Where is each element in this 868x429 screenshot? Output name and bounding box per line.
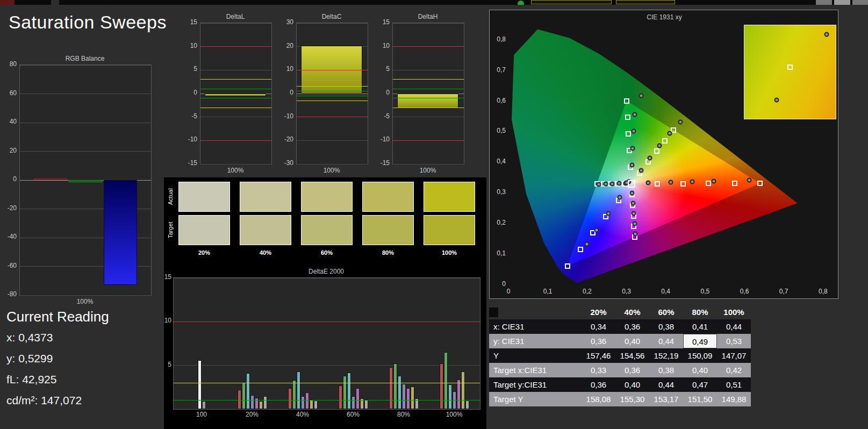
cie-measurement-dot (639, 94, 643, 98)
table-cell[interactable]: 0,38 (649, 363, 683, 377)
cie-target-square (732, 181, 737, 186)
delta-bar (397, 94, 458, 109)
table-cell[interactable]: 0,33 (582, 363, 615, 377)
y-tick-label: 5 (178, 65, 197, 73)
yellow-limit-line (200, 108, 271, 108)
deltae-2000-chart: DeltaE 2000 1510510020%40%60%80%100% (164, 267, 486, 429)
cie-target-square (706, 181, 711, 186)
deltae-bar (246, 373, 250, 409)
delta-chart-deltal: DeltaL151050-5-10-15100% (178, 13, 274, 174)
column-header: 100% (717, 305, 751, 319)
table-cell[interactable]: 0,36 (615, 363, 649, 377)
deltae-bar (198, 360, 202, 409)
deltae-bar (343, 376, 347, 409)
gridline (297, 23, 368, 24)
table-cell[interactable]: 157,46 (582, 348, 615, 363)
cie-measurement-dot (669, 180, 673, 184)
table-cell[interactable]: 150,09 (683, 348, 717, 363)
gridline (174, 278, 480, 278)
cie-measurement-dot (631, 129, 636, 134)
cie-measurement-dot (639, 168, 643, 173)
x-tick-label: 80% (388, 411, 420, 418)
table-cell[interactable]: 147,07 (717, 348, 751, 363)
table-cell[interactable]: 0,42 (717, 363, 751, 377)
table-cell[interactable]: 0,38 (649, 319, 683, 334)
y-tick-label: 10 (275, 65, 293, 73)
toolbar-group[interactable] (616, 0, 675, 4)
table-cell[interactable]: 0,47 (683, 377, 717, 392)
table-cell[interactable]: 152,19 (649, 348, 683, 363)
table-cell[interactable]: 151,50 (683, 392, 717, 406)
table-cell[interactable]: 154,56 (615, 348, 649, 363)
x-tick-label: 100% (200, 167, 271, 174)
app-icon[interactable] (0, 0, 15, 5)
toolbar-group[interactable] (531, 0, 612, 4)
red-limit-line (174, 321, 480, 322)
gridline (200, 23, 271, 24)
x-tick-label: 0,6 (734, 288, 755, 295)
cie-measurement-dot (648, 155, 652, 160)
inset-measurement-dot (774, 98, 779, 103)
table-cell[interactable]: 153,17 (649, 392, 683, 406)
y-tick-label: 5 (371, 65, 390, 73)
column-header: 20% (582, 305, 615, 319)
table-cell[interactable]: 0,53 (717, 334, 751, 348)
table-cell[interactable]: 0,44 (649, 377, 683, 392)
y-tick-label: 0 (275, 89, 293, 96)
x-tick-label: 100% (19, 298, 150, 305)
cie-target-square (626, 131, 631, 137)
gridline (20, 295, 151, 296)
row-label: x: CIE31 (493, 319, 579, 334)
table-cell[interactable]: 0,51 (717, 377, 751, 392)
red-limit-line (393, 46, 464, 47)
table-row: y: CIE310,360,400,440,490,53 (489, 334, 751, 348)
table-cell[interactable]: 0,44 (649, 334, 683, 348)
delta-chart-deltac: DeltaC3020100-10-20-30100% (275, 13, 370, 174)
yellow-limit-line (297, 86, 368, 87)
reading-x: x: 0,4373 (6, 331, 53, 344)
table-cell[interactable]: 0,40 (615, 377, 649, 392)
table-cell[interactable]: 0,36 (582, 377, 615, 392)
row-label: Target Y (493, 392, 579, 406)
row-label: Target y:CIE31 (493, 377, 579, 392)
x-tick-label: 100% (438, 411, 470, 418)
y-tick-label: 10 (164, 317, 171, 324)
table-cell-selected[interactable]: 0,49 (683, 334, 717, 348)
y-tick-label: -15 (178, 159, 197, 167)
y-tick-label: 0,5 (492, 127, 506, 134)
y-tick-label: 80 (4, 60, 17, 68)
table-cell[interactable]: 0,34 (582, 319, 615, 334)
cie-measurement-dot (597, 182, 601, 187)
swatch-target (424, 215, 475, 245)
y-tick-label: 30 (275, 18, 293, 26)
cie-measurement-dot (630, 201, 635, 206)
y-tick-label: 0,3 (492, 188, 506, 196)
chart-title: DeltaC (296, 13, 367, 20)
y-tick-label: 15 (371, 18, 390, 26)
cie-measurement-dot (645, 181, 650, 185)
y-tick-label: -10 (178, 135, 197, 143)
deltae-bar (202, 401, 206, 409)
table-cell[interactable]: 0,36 (582, 334, 615, 348)
chart-title: DeltaL (200, 13, 271, 20)
rgb-bar-green (69, 180, 102, 182)
table-cell[interactable]: 158,08 (582, 392, 615, 406)
deltae-bar (402, 384, 406, 409)
table-cell[interactable]: 149,88 (717, 392, 751, 406)
toolbar-button[interactable] (51, 0, 59, 5)
deltae-bar (250, 395, 254, 409)
cie-measurement-dot (630, 191, 635, 196)
table-cell[interactable]: 0,40 (615, 334, 649, 348)
cie-measurement-dot (632, 221, 637, 226)
row-label: Y (493, 348, 579, 363)
table-cell[interactable]: 0,44 (717, 319, 751, 334)
deltae-bar (242, 383, 246, 409)
table-cell[interactable]: 0,36 (615, 319, 649, 334)
table-cell[interactable]: 155,30 (615, 392, 649, 406)
swatch-col-label: 20% (178, 249, 230, 256)
table-cell[interactable]: 0,41 (683, 319, 717, 334)
window-controls[interactable] (816, 0, 868, 5)
table-cell[interactable]: 0,40 (683, 363, 717, 377)
y-tick-label: 10 (178, 42, 197, 49)
delta-chart-deltah: DeltaH151050-5-10-15100% (371, 13, 467, 174)
